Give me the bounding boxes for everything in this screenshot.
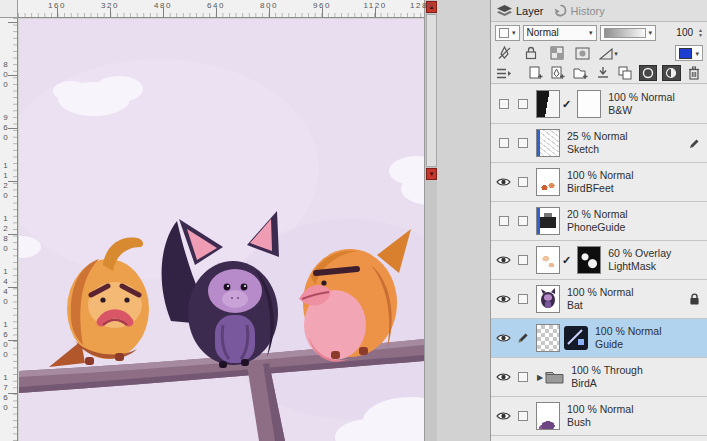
draft-layer-button[interactable] — [495, 45, 514, 61]
spin-down-icon[interactable]: ▼ — [698, 33, 703, 38]
canvas-viewport[interactable] — [19, 19, 424, 441]
layer-lock-row: ▾ ▾ — [491, 43, 707, 63]
layer-select-checkbox[interactable] — [518, 255, 528, 265]
color-swatch — [499, 28, 509, 38]
layer-name: BirdBFeet — [567, 182, 634, 195]
layer-thumbnail[interactable] — [536, 168, 560, 196]
enable-mask-button[interactable] — [573, 45, 592, 61]
dropdown-caret-icon: ▾ — [589, 29, 593, 36]
scroll-down-button[interactable]: ▼ — [426, 168, 437, 180]
tab-layer[interactable]: Layer — [497, 5, 544, 17]
layer-name: Guide — [595, 338, 662, 351]
scroll-track[interactable] — [426, 14, 437, 167]
visibility-toggle[interactable] — [494, 294, 513, 304]
palette-options-button[interactable] — [495, 65, 512, 81]
opacity-slider-dropdown[interactable]: ▾ — [600, 25, 657, 41]
apply-mask-button[interactable] — [662, 65, 680, 81]
layer-name: LightMask — [608, 260, 671, 273]
layer-palette: Layer History ▾ Normal ▾ ▾ 100 ▲ — [490, 0, 707, 441]
layer-select-checkbox[interactable] — [518, 411, 528, 421]
tab-layer-label: Layer — [516, 5, 544, 17]
layer-opacity-mode: 100 % Normal — [567, 403, 634, 416]
layer-name: Bat — [567, 299, 634, 312]
dropdown-caret-icon: ▾ — [695, 50, 699, 57]
folder-icon — [545, 370, 564, 384]
lock-transparent-pixels-button[interactable] — [547, 45, 566, 61]
layer-row-bw[interactable]: ✓ 100 % Normal B&W — [491, 85, 707, 124]
delete-layer-button[interactable] — [686, 65, 703, 81]
visibility-checkbox[interactable] — [499, 138, 509, 148]
layer-opacity-mode: 100 % Normal — [567, 169, 634, 182]
layer-select-checkbox[interactable] — [518, 294, 528, 304]
layer-color-dropdown[interactable]: ▾ — [495, 25, 520, 41]
layer-row-sketch[interactable]: 25 % Normal Sketch — [491, 124, 707, 163]
layer-select-checkbox[interactable] — [518, 372, 528, 382]
eye-icon — [496, 177, 511, 187]
draft-layer-icon — [689, 138, 700, 149]
tab-history-label: History — [571, 5, 605, 17]
panel-tab-bar: Layer History — [491, 0, 707, 22]
layer-name: BirdA — [571, 377, 643, 390]
new-vector-layer-button[interactable] — [550, 65, 567, 81]
merge-to-lower-button[interactable] — [617, 65, 634, 81]
eye-icon — [496, 411, 511, 421]
blend-mode-dropdown[interactable]: Normal ▾ — [523, 25, 597, 41]
layer-thumbnail[interactable] — [536, 207, 560, 235]
layer-thumbnail[interactable] — [536, 324, 560, 352]
ruler-label: 1440 — [1, 267, 10, 307]
visibility-toggle[interactable] — [494, 333, 513, 343]
vertical-ruler: 800 960 1120 1280 1440 1600 1760 — [0, 18, 18, 441]
visibility-toggle[interactable] — [494, 255, 513, 265]
layers-icon — [497, 5, 512, 17]
layer-thumbnail[interactable] — [536, 90, 560, 118]
layer-row-birda[interactable]: ▶ 100 % Through BirdA — [491, 358, 707, 397]
layer-row-phoneguide[interactable]: 20 % Normal PhoneGuide — [491, 202, 707, 241]
lock-icon — [689, 293, 700, 306]
layer-row-bush[interactable]: 100 % Normal Bush — [491, 397, 707, 436]
tab-history[interactable]: History — [554, 4, 605, 17]
opacity-value[interactable]: 100 — [676, 27, 693, 38]
layer-row-guide[interactable]: 100 % Normal Guide — [491, 319, 707, 358]
layer-command-row — [491, 63, 707, 84]
layer-thumbnail[interactable] — [536, 246, 560, 274]
layer-mask-thumbnail[interactable] — [577, 246, 601, 274]
ruler-label: 480 — [154, 1, 172, 10]
history-icon — [554, 4, 567, 17]
layer-thumbnail[interactable] — [536, 285, 560, 313]
layer-mask-thumbnail[interactable] — [577, 90, 601, 118]
visibility-checkbox[interactable] — [499, 216, 509, 226]
ruler-visibility-dropdown[interactable]: ▾ — [599, 45, 618, 61]
layer-row-bat[interactable]: 100 % Normal Bat — [491, 280, 707, 319]
visibility-toggle[interactable] — [494, 372, 513, 382]
folder-expand-icon[interactable]: ▶ — [537, 373, 543, 382]
expression-color-dropdown[interactable]: ▾ — [675, 45, 703, 61]
layer-list: ✓ 100 % Normal B&W 25 % Normal Sketch — [491, 85, 707, 441]
ruler-label: 800 — [1, 60, 10, 90]
transfer-to-lower-button[interactable] — [594, 65, 611, 81]
editing-pencil-icon — [517, 332, 529, 344]
blend-mode-value: Normal — [527, 27, 559, 38]
visibility-checkbox[interactable] — [499, 99, 509, 109]
new-raster-layer-button[interactable] — [527, 65, 544, 81]
layer-row-lightmask[interactable]: ✓ 60 % Overlay LightMask — [491, 241, 707, 280]
create-layer-mask-button[interactable] — [639, 65, 657, 81]
layer-select-checkbox[interactable] — [518, 99, 528, 109]
new-folder-button[interactable] — [572, 65, 589, 81]
eye-icon — [496, 372, 511, 382]
visibility-toggle[interactable] — [494, 411, 513, 421]
layer-opacity-mode: 100 % Normal — [567, 286, 634, 299]
canvas-vertical-scrollbar[interactable]: ▲ ▼ — [424, 0, 437, 441]
layer-thumbnail[interactable] — [536, 402, 560, 430]
opacity-stepper[interactable]: ▲ ▼ — [698, 28, 703, 38]
lock-layer-button[interactable] — [521, 45, 540, 61]
layer-select-checkbox[interactable] — [518, 216, 528, 226]
ruler-label: 1280 — [1, 214, 10, 254]
eye-icon — [496, 255, 511, 265]
mask-link-check-icon: ✓ — [562, 98, 571, 111]
visibility-toggle[interactable] — [494, 177, 513, 187]
layer-row-birdbfeet[interactable]: 100 % Normal BirdBFeet — [491, 163, 707, 202]
layer-select-checkbox[interactable] — [518, 177, 528, 187]
layer-select-checkbox[interactable] — [518, 138, 528, 148]
layer-thumbnail[interactable] — [536, 129, 560, 157]
layer-name: Bush — [567, 416, 634, 429]
